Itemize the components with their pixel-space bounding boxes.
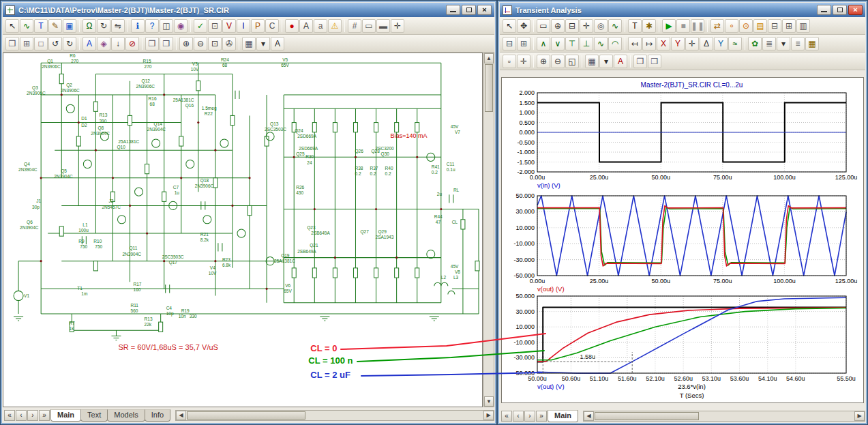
- scroll-right-icon[interactable]: ▶: [854, 411, 865, 421]
- schematic-vertical-scrollbar[interactable]: ▲ ▼: [483, 53, 494, 407]
- paste-icon[interactable]: ❒: [160, 37, 173, 50]
- zoom-out-icon[interactable]: ⊖: [194, 37, 207, 50]
- select-arrow-icon[interactable]: ↖: [5, 19, 19, 33]
- box-select-icon[interactable]: □: [34, 37, 48, 50]
- node-voltages-icon[interactable]: V: [222, 19, 236, 33]
- info-mode-icon[interactable]: ℹ: [131, 19, 145, 33]
- next-page-button[interactable]: ›: [27, 410, 38, 421]
- tag-point-icon[interactable]: ✛: [685, 37, 699, 50]
- maximize-button[interactable]: [833, 5, 847, 15]
- grid-select-icon[interactable]: ▦: [242, 37, 256, 50]
- grid-icon[interactable]: #: [348, 19, 361, 33]
- schematic-titlebar[interactable]: C:\MC11\DATA\Petrov\Master-2(BJT)\Master…: [3, 3, 494, 17]
- prev-page-button[interactable]: ‹: [16, 410, 27, 421]
- envelope-icon[interactable]: ≈: [728, 37, 742, 50]
- zoom-in-mode-icon[interactable]: ⊕: [551, 19, 565, 33]
- text-mode-icon[interactable]: T: [628, 19, 642, 33]
- wire-mode-icon[interactable]: ∿: [20, 19, 33, 33]
- schematic-horizontal-scrollbar[interactable]: ◀ ▶: [175, 410, 494, 421]
- branch-icon[interactable]: Y: [714, 37, 728, 50]
- picture-file-icon[interactable]: ▣: [63, 19, 76, 33]
- panels-icon[interactable]: ▥: [796, 19, 810, 33]
- scroll-up-icon[interactable]: ▲: [484, 53, 494, 63]
- copy-icon[interactable]: ❐: [633, 55, 647, 68]
- title-block-icon[interactable]: ▬: [376, 19, 390, 33]
- zoom-area-icon[interactable]: ⊡: [208, 37, 222, 50]
- go-left-icon[interactable]: ↤: [628, 37, 642, 50]
- stop-icon[interactable]: ■: [676, 19, 690, 33]
- scroll-thumb[interactable]: [187, 411, 305, 420]
- tab-info[interactable]: Info: [145, 409, 170, 422]
- waveform-icon[interactable]: ∿: [608, 19, 622, 33]
- top-icon[interactable]: ◠: [608, 37, 622, 50]
- tracker-lines-icon[interactable]: ✛: [517, 55, 530, 68]
- scroll-thumb[interactable]: [485, 64, 493, 112]
- zoom-in-icon[interactable]: ⊕: [179, 37, 193, 50]
- schematic-canvas[interactable]: Q12N3906CR6270R15270V310VR2468V565VQ32N3…: [3, 53, 483, 407]
- find-part-icon[interactable]: ◉: [174, 19, 188, 33]
- tag-delta-icon[interactable]: Δ: [700, 37, 713, 50]
- stack-icon[interactable]: ≣: [762, 37, 776, 50]
- help-mode-icon[interactable]: ?: [145, 19, 159, 33]
- ruler-icon[interactable]: ▤: [753, 19, 767, 33]
- component-mode-icon[interactable]: Ω: [83, 19, 96, 33]
- border-icon[interactable]: ▭: [362, 19, 376, 33]
- properties-icon[interactable]: ✱: [642, 19, 656, 33]
- animate-icon[interactable]: ✿: [748, 37, 762, 50]
- paste-icon[interactable]: ❒: [648, 55, 661, 68]
- tile-vertical-icon[interactable]: ⊞: [517, 37, 530, 50]
- model-check-icon[interactable]: ✓: [194, 19, 207, 33]
- find-icon[interactable]: A: [83, 37, 96, 50]
- warning-icon[interactable]: ⚠: [328, 19, 342, 33]
- scroll-left-icon[interactable]: ◀: [176, 411, 186, 420]
- tracker-cursor-icon[interactable]: ▫: [503, 55, 516, 68]
- power-icon[interactable]: P: [251, 19, 265, 33]
- pause-icon[interactable]: ❚❚: [691, 19, 704, 33]
- big-text-icon[interactable]: A: [271, 37, 284, 50]
- scale-mode-icon[interactable]: ⊟: [565, 19, 579, 33]
- plot-area[interactable]: 2.0001.5001.0000.5000.000-0.500-1.000-1.…: [501, 77, 864, 403]
- repeat-icon[interactable]: ↓: [111, 37, 125, 50]
- zoom-out-icon[interactable]: ⊖: [551, 55, 565, 68]
- text-mode-icon[interactable]: T: [34, 19, 48, 33]
- vertical-grid-icon[interactable]: ⊞: [782, 19, 796, 33]
- cursor-mode-icon[interactable]: ✛: [580, 19, 593, 33]
- scroll-right-icon[interactable]: ▶: [483, 411, 494, 420]
- grid-dropdown-icon[interactable]: ▾: [256, 37, 270, 50]
- grid-select-icon[interactable]: ▦: [585, 55, 599, 68]
- tab-main[interactable]: Main: [50, 409, 81, 422]
- font-icon[interactable]: A: [614, 55, 627, 68]
- tab-models[interactable]: Models: [107, 409, 145, 422]
- find-next-icon[interactable]: ◈: [97, 37, 110, 50]
- grid-dropdown-icon[interactable]: ▾: [599, 55, 613, 68]
- autoscale-icon[interactable]: ◱: [565, 55, 579, 68]
- select-all-icon[interactable]: ⊞: [20, 37, 33, 50]
- select-arrow-icon[interactable]: ↖: [503, 19, 516, 33]
- mirror-icon[interactable]: ⇋: [111, 19, 125, 33]
- first-page-button[interactable]: «: [501, 411, 512, 422]
- pin-connections-icon[interactable]: ●: [285, 19, 299, 33]
- minimize-button[interactable]: [817, 5, 831, 15]
- rotate-icon[interactable]: ↻: [97, 19, 110, 33]
- last-page-button[interactable]: »: [39, 410, 50, 421]
- valley-icon[interactable]: ∨: [551, 37, 565, 50]
- restore-button[interactable]: [462, 5, 476, 15]
- last-page-button[interactable]: »: [536, 411, 547, 422]
- scroll-left-icon[interactable]: ◀: [584, 411, 594, 421]
- node-numbers-icon[interactable]: ⊡: [208, 19, 222, 33]
- go-to-x-icon[interactable]: X: [657, 37, 670, 50]
- data-points-icon[interactable]: ∘: [725, 19, 738, 33]
- analysis-titlebar[interactable]: Transient Analysis ×: [500, 3, 865, 17]
- tab-text[interactable]: Text: [80, 409, 108, 422]
- list-icon[interactable]: ≡: [791, 37, 805, 50]
- grid-text-icon[interactable]: A: [299, 19, 313, 33]
- conditions-icon[interactable]: C: [265, 19, 279, 33]
- cross-hair-icon[interactable]: ✛: [391, 19, 404, 33]
- peak-icon[interactable]: ∧: [537, 37, 550, 50]
- clipboard-icon[interactable]: ❐: [5, 37, 19, 50]
- pan-mode-icon[interactable]: ✥: [517, 19, 530, 33]
- attribute-text-icon[interactable]: a: [314, 19, 327, 33]
- zoom-in-icon[interactable]: ⊕: [537, 55, 550, 68]
- redo-icon[interactable]: ↻: [63, 37, 76, 50]
- undo-icon[interactable]: ↺: [48, 37, 62, 50]
